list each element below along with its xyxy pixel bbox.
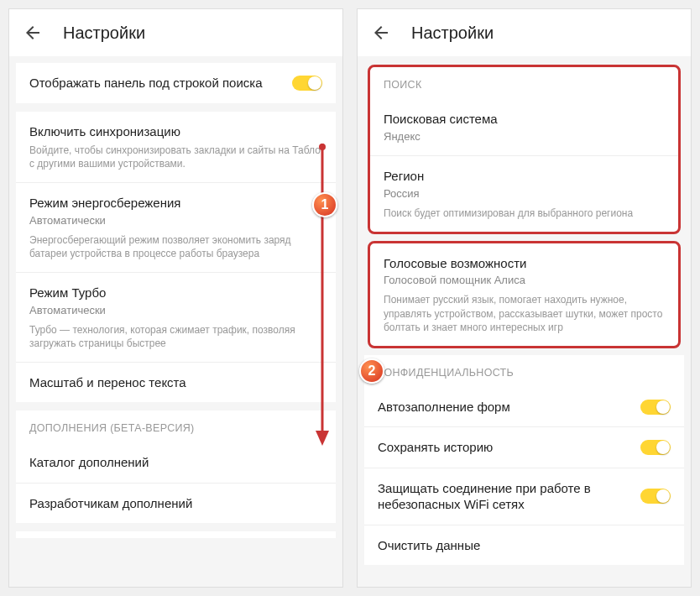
autofill-row[interactable]: Автозаполнение форм [364, 387, 684, 428]
search-engine-sub: Яндекс [384, 130, 665, 144]
region-title: Регион [384, 168, 665, 185]
content: Отображать панель под строкой поиска Вкл… [9, 56, 342, 587]
scroll-arrow-icon [314, 144, 331, 446]
svg-marker-1 [316, 431, 329, 446]
addons-dev-title: Разработчикам дополнений [29, 495, 192, 512]
right-screen: Настройки ПОИСК Поисковая система Яндекс… [357, 8, 692, 588]
clear-data-row[interactable]: Очистить данные [364, 525, 684, 566]
energy-row[interactable]: Режим энергосбережения Автоматически [16, 183, 336, 233]
step-badge-1: 1 [312, 192, 337, 217]
addons-header: ДОПОЛНЕНИЯ (БЕТА-ВЕРСИЯ) [16, 410, 336, 442]
region-desc: Поиск будет оптимизирован для выбранного… [370, 207, 678, 232]
display-panel-label: Отображать панель под строкой поиска [29, 75, 292, 91]
content: ПОИСК Поисковая система Яндекс Регион Ро… [358, 56, 691, 587]
region-row[interactable]: Регион Россия [370, 156, 678, 206]
energy-title: Режим энергосбережения [29, 195, 322, 212]
sync-row[interactable]: Включить синхронизацию Войдите, чтобы си… [16, 112, 336, 184]
svg-point-2 [319, 144, 326, 150]
energy-sub: Автоматически [29, 214, 322, 228]
history-row[interactable]: Сохранять историю [364, 427, 684, 468]
header: Настройки [9, 9, 342, 56]
search-section-callout: ПОИСК Поисковая система Яндекс Регион Ро… [368, 65, 681, 234]
voice-title: Голосовые возможности [384, 255, 665, 272]
search-engine-row[interactable]: Поисковая система Яндекс [370, 99, 678, 156]
autofill-toggle[interactable] [640, 400, 671, 415]
history-label: Сохранять историю [378, 439, 493, 456]
wifi-protect-toggle[interactable] [640, 489, 671, 504]
turbo-title: Режим Турбо [29, 285, 322, 301]
history-toggle[interactable] [640, 440, 671, 455]
autofill-label: Автозаполнение форм [378, 399, 510, 416]
voice-row[interactable]: Голосовые возможности Голосовой помощник… [370, 243, 678, 293]
turbo-row[interactable]: Режим Турбо Автоматически [16, 273, 336, 322]
addons-catalog-row[interactable]: Каталог дополнений [16, 442, 336, 484]
back-icon[interactable] [23, 23, 43, 43]
scale-row[interactable]: Масштаб и перенос текста [16, 363, 336, 403]
addons-catalog-title: Каталог дополнений [29, 454, 149, 471]
left-screen: Настройки Отображать панель под строкой … [8, 8, 343, 588]
sync-title: Включить синхронизацию [29, 123, 322, 140]
clear-data-label: Очистить данные [378, 537, 480, 554]
display-panel-row[interactable]: Отображать панель под строкой поиска [16, 63, 336, 103]
search-engine-title: Поисковая система [384, 111, 665, 128]
wifi-protect-row[interactable]: Защищать соединение при работе в небезоп… [364, 468, 684, 525]
step-badge-2: 2 [359, 358, 384, 384]
back-icon[interactable] [371, 23, 391, 43]
privacy-header: КОНФИДЕНЦИАЛЬНОСТЬ [364, 355, 684, 387]
display-panel-toggle[interactable] [292, 76, 322, 91]
region-sub: Россия [384, 187, 665, 201]
energy-desc: Энергосберегающий режим позволяет эконом… [16, 233, 336, 273]
search-header: ПОИСК [370, 67, 678, 99]
voice-section-callout: Голосовые возможности Голосовой помощник… [368, 241, 681, 348]
voice-sub: Голосовой помощник Алиса [384, 274, 665, 288]
voice-desc: Понимает русский язык, помогает находить… [370, 293, 678, 346]
page-title: Настройки [411, 24, 494, 43]
sync-desc: Войдите, чтобы синхронизировать закладки… [29, 144, 322, 170]
turbo-sub: Автоматически [29, 304, 322, 318]
page-title: Настройки [63, 24, 145, 43]
header: Настройки [358, 9, 691, 56]
turbo-desc: Турбо — технология, которая сжимает траф… [16, 323, 336, 363]
wifi-protect-label: Защищать соединение при работе в небезоп… [378, 480, 640, 513]
addons-dev-row[interactable]: Разработчикам дополнений [16, 484, 336, 524]
scale-title: Масштаб и перенос текста [29, 374, 186, 391]
